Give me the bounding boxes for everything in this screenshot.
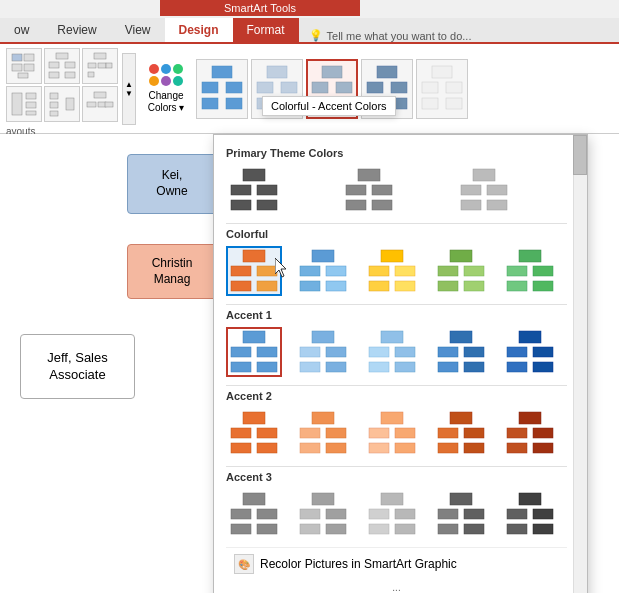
svg-rect-123 xyxy=(300,428,320,438)
style-item-2[interactable] xyxy=(251,59,303,119)
color-circles-icon xyxy=(149,64,183,86)
primary-swatch-2[interactable] xyxy=(341,165,397,215)
svg-rect-89 xyxy=(533,266,553,276)
layout-item-4[interactable] xyxy=(6,86,42,122)
svg-rect-26 xyxy=(105,102,113,107)
accent1-swatch-2[interactable] xyxy=(295,327,351,377)
accent3-swatch-1[interactable] xyxy=(226,489,282,539)
svg-rect-70 xyxy=(231,281,251,291)
recolor-pictures-row[interactable]: 🎨 Recolor Pictures in SmartArt Graphic xyxy=(226,547,567,580)
node-christina[interactable]: ChristinManag xyxy=(127,244,217,299)
svg-rect-159 xyxy=(464,509,484,519)
layout-item-3[interactable] xyxy=(82,48,118,84)
accent1-swatch-1[interactable] xyxy=(226,327,282,377)
svg-rect-116 xyxy=(533,362,553,372)
primary-theme-grid xyxy=(226,165,567,215)
accent3-swatch-4[interactable] xyxy=(433,489,489,539)
svg-rect-40 xyxy=(312,98,328,109)
accent1-swatch-5[interactable] xyxy=(502,327,558,377)
primary-swatch-3[interactable] xyxy=(456,165,512,215)
style-item-1[interactable] xyxy=(196,59,248,119)
svg-rect-10 xyxy=(94,53,106,59)
svg-rect-124 xyxy=(326,428,346,438)
svg-rect-104 xyxy=(395,347,415,357)
svg-rect-1 xyxy=(24,54,34,61)
change-colors-dropdown: Primary Theme Colors xyxy=(213,134,588,593)
svg-rect-142 xyxy=(243,493,265,505)
colorful-swatch-3[interactable] xyxy=(364,246,420,296)
svg-rect-122 xyxy=(312,412,334,424)
svg-rect-121 xyxy=(257,443,277,453)
svg-rect-47 xyxy=(432,66,452,78)
accent1-label: Accent 1 xyxy=(226,309,567,321)
svg-rect-51 xyxy=(446,98,462,109)
svg-rect-53 xyxy=(231,185,251,195)
svg-rect-87 xyxy=(519,250,541,262)
style-item-4[interactable] xyxy=(361,59,413,119)
svg-rect-31 xyxy=(226,98,242,109)
tab-view[interactable]: View xyxy=(111,18,165,42)
accent1-swatch-3[interactable] xyxy=(364,327,420,377)
colorful-swatch-2[interactable] xyxy=(295,246,351,296)
accent3-swatch-3[interactable] xyxy=(364,489,420,539)
svg-rect-24 xyxy=(87,102,96,107)
primary-swatch-1[interactable] xyxy=(226,165,282,215)
layout-item-2[interactable] xyxy=(44,48,80,84)
colorful-swatch-1[interactable] xyxy=(226,246,282,296)
accent2-grid xyxy=(226,408,567,458)
svg-rect-8 xyxy=(49,72,59,78)
tell-me-box: 💡 Tell me what you want to do... xyxy=(309,29,472,42)
node-kei[interactable]: Kei,Owne xyxy=(127,154,217,214)
layout-item-5[interactable] xyxy=(44,86,80,122)
scrollbar-thumb[interactable] xyxy=(573,135,587,175)
accent2-swatch-1[interactable] xyxy=(226,408,282,458)
svg-rect-144 xyxy=(257,509,277,519)
accent3-label: Accent 3 xyxy=(226,471,567,483)
node-jeff[interactable]: Jeff, SalesAssociate xyxy=(20,334,135,399)
svg-rect-85 xyxy=(438,281,458,291)
svg-rect-42 xyxy=(377,66,397,78)
svg-rect-60 xyxy=(346,200,366,210)
accent2-swatch-4[interactable] xyxy=(433,408,489,458)
svg-rect-65 xyxy=(461,200,481,210)
layout-scroll-arrow[interactable]: ▲ ▼ xyxy=(122,53,136,125)
svg-rect-162 xyxy=(519,493,541,505)
svg-rect-61 xyxy=(372,200,392,210)
svg-rect-127 xyxy=(381,412,403,424)
layout-item-6[interactable] xyxy=(82,86,118,122)
svg-rect-128 xyxy=(369,428,389,438)
colorful-swatch-5[interactable] xyxy=(502,246,558,296)
tab-review[interactable]: Review xyxy=(43,18,110,42)
scrollbar-track[interactable] xyxy=(573,135,587,593)
svg-rect-48 xyxy=(422,82,438,93)
accent2-swatch-3[interactable] xyxy=(364,408,420,458)
style-item-3[interactable] xyxy=(306,59,358,119)
accent1-swatch-4[interactable] xyxy=(433,327,489,377)
svg-rect-92 xyxy=(243,331,265,343)
svg-rect-111 xyxy=(464,362,484,372)
divider-3 xyxy=(226,385,567,386)
tab-format[interactable]: Format xyxy=(233,18,299,42)
svg-rect-98 xyxy=(300,347,320,357)
svg-rect-52 xyxy=(243,169,265,181)
tab-show[interactable]: ow xyxy=(0,18,43,42)
svg-rect-86 xyxy=(464,281,484,291)
svg-rect-94 xyxy=(257,347,277,357)
layout-item-1[interactable] xyxy=(6,48,42,84)
accent3-swatch-5[interactable] xyxy=(502,489,558,539)
tab-design[interactable]: Design xyxy=(165,18,233,42)
svg-rect-90 xyxy=(507,281,527,291)
styles-gallery xyxy=(196,59,468,119)
svg-rect-99 xyxy=(326,347,346,357)
change-colors-button[interactable]: ChangeColors ▾ xyxy=(140,53,192,125)
colorful-swatch-4[interactable] xyxy=(433,246,489,296)
svg-rect-5 xyxy=(56,53,68,59)
svg-rect-9 xyxy=(65,72,75,78)
svg-rect-75 xyxy=(300,281,320,291)
accent2-swatch-5[interactable] xyxy=(502,408,558,458)
accent3-swatch-2[interactable] xyxy=(295,489,351,539)
style-item-5[interactable] xyxy=(416,59,468,119)
accent2-swatch-2[interactable] xyxy=(295,408,351,458)
divider-4 xyxy=(226,466,567,467)
svg-rect-120 xyxy=(231,443,251,453)
